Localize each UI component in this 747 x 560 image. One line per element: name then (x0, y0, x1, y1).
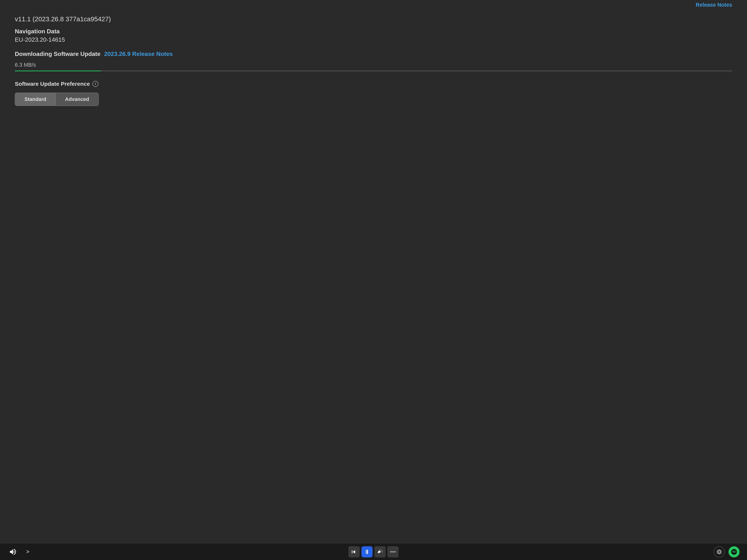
version-text: v11.1 (2023.26.8 377a1ca95427) (15, 16, 732, 23)
update-preference-buttons: Standard Advanced (15, 92, 99, 106)
bluetooth-icon[interactable] (361, 546, 372, 557)
spotify-icon[interactable] (728, 546, 740, 557)
info-icon[interactable]: i (93, 81, 98, 87)
nav-data-label: Navigation Data (15, 28, 732, 35)
svg-point-2 (394, 551, 395, 553)
advanced-button[interactable]: Advanced (56, 93, 98, 106)
top-bar: Release Notes (0, 0, 747, 8)
release-notes-top-partial[interactable]: Release Notes (696, 2, 732, 8)
svg-point-1 (392, 551, 393, 553)
volume-icon[interactable] (7, 546, 19, 557)
taskbar-left: > (7, 546, 33, 557)
taskbar-center (349, 546, 398, 557)
progress-container (15, 71, 732, 71)
media-play-icon[interactable] (349, 546, 360, 557)
preference-label: Software Update Preference (15, 81, 90, 87)
chevron-right-icon[interactable]: > (22, 546, 33, 557)
main-content: v11.1 (2023.26.8 377a1ca95427) Navigatio… (0, 8, 747, 543)
nav-data-value: EU-2023.20-14615 (15, 36, 732, 43)
progress-bar (15, 71, 101, 71)
standard-button[interactable]: Standard (15, 93, 56, 106)
svg-point-0 (390, 551, 392, 553)
preference-row: Software Update Preference i (15, 81, 732, 87)
gauge-icon[interactable] (375, 546, 386, 557)
taskbar-right (714, 546, 740, 557)
taskbar: > (0, 543, 747, 560)
camera-icon[interactable] (714, 546, 725, 557)
downloading-label: Downloading Software Update (15, 51, 100, 57)
release-notes-link[interactable]: 2023.26.9 Release Notes (104, 51, 173, 57)
dots-icon[interactable] (387, 546, 398, 557)
speed-text: 6.3 MB/s (15, 62, 732, 68)
downloading-row: Downloading Software Update 2023.26.9 Re… (15, 51, 732, 57)
